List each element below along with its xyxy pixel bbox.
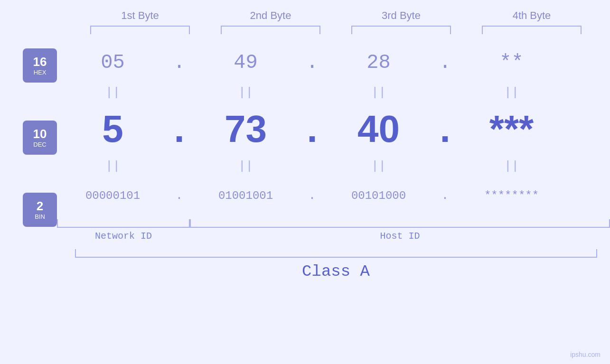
hex-val-4: ** bbox=[456, 51, 567, 74]
badge-dec: 10 DEC bbox=[23, 121, 57, 155]
network-id-label: Network ID bbox=[57, 231, 190, 242]
byte-label-2: 2nd Byte bbox=[216, 9, 325, 22]
dec-row: 5 . 73 . 40 . *** bbox=[57, 103, 610, 155]
bottom-id-brackets bbox=[57, 219, 610, 228]
hex-dot-3: . bbox=[434, 51, 456, 74]
host-bracket bbox=[190, 219, 610, 228]
hex-row: 05 . 49 . 28 . ** bbox=[57, 44, 610, 82]
top-bracket-4 bbox=[482, 26, 582, 34]
id-labels-row: Network ID Host ID bbox=[57, 231, 610, 242]
equals-row-2: || || || || bbox=[57, 155, 610, 177]
eq2-3: || bbox=[323, 159, 434, 173]
eq2-2: || bbox=[190, 159, 301, 173]
bin-dot-1: . bbox=[169, 189, 190, 202]
bin-dot-3: . bbox=[434, 189, 456, 202]
badge-bin: 2 BIN bbox=[23, 193, 57, 227]
dec-dot-3: . bbox=[434, 107, 456, 151]
top-brackets bbox=[75, 26, 597, 34]
equals-row-1: || || || || bbox=[57, 82, 610, 103]
dec-val-3: 40 bbox=[323, 107, 434, 151]
class-section: Class A bbox=[75, 249, 597, 280]
main-container: 1st Byte 2nd Byte 3rd Byte 4th Byte 16 H… bbox=[0, 0, 610, 364]
class-bracket bbox=[75, 249, 597, 258]
hex-val-3: 28 bbox=[323, 51, 434, 74]
data-rows: 05 . 49 . 28 . ** bbox=[57, 44, 610, 242]
dec-val-2: 73 bbox=[190, 107, 301, 151]
hex-val-1: 05 bbox=[57, 51, 169, 74]
class-label: Class A bbox=[75, 262, 597, 280]
dec-val-4: *** bbox=[456, 107, 567, 151]
watermark: ipshu.com bbox=[570, 351, 601, 358]
eq2-1: || bbox=[57, 159, 169, 173]
host-id-label: Host ID bbox=[190, 231, 610, 242]
byte-label-3: 3rd Byte bbox=[347, 9, 456, 22]
badges-column: 16 HEX 10 DEC 2 BIN bbox=[0, 44, 57, 227]
eq1-2: || bbox=[190, 85, 301, 100]
byte-labels-row: 1st Byte 2nd Byte 3rd Byte 4th Byte bbox=[75, 9, 597, 22]
bin-row: 00000101 . 01001001 . 00101000 . bbox=[57, 177, 610, 215]
bin-val-3: 00101000 bbox=[323, 189, 434, 202]
badge-hex: 16 HEX bbox=[23, 48, 57, 83]
bin-val-4: ******** bbox=[456, 189, 567, 202]
hex-dot-1: . bbox=[169, 51, 190, 74]
top-bracket-1 bbox=[90, 26, 190, 34]
eq2-4: || bbox=[456, 159, 567, 173]
dec-dot-2: . bbox=[301, 107, 323, 151]
hex-val-2: 49 bbox=[190, 51, 301, 74]
bin-val-2: 01001001 bbox=[190, 189, 301, 202]
bin-dot-2: . bbox=[301, 189, 323, 202]
top-bracket-2 bbox=[221, 26, 320, 34]
network-bracket bbox=[57, 219, 190, 228]
body-row: 16 HEX 10 DEC 2 BIN 05 . bbox=[0, 44, 610, 242]
dec-dot-1: . bbox=[169, 107, 190, 151]
byte-label-1: 1st Byte bbox=[85, 9, 195, 22]
hex-dot-2: . bbox=[301, 51, 323, 74]
top-bracket-3 bbox=[351, 26, 451, 34]
dec-val-1: 5 bbox=[57, 107, 169, 151]
eq1-1: || bbox=[57, 85, 169, 100]
eq1-4: || bbox=[456, 85, 567, 100]
eq1-3: || bbox=[323, 85, 434, 100]
byte-label-4: 4th Byte bbox=[477, 9, 586, 22]
bin-val-1: 00000101 bbox=[57, 189, 169, 202]
